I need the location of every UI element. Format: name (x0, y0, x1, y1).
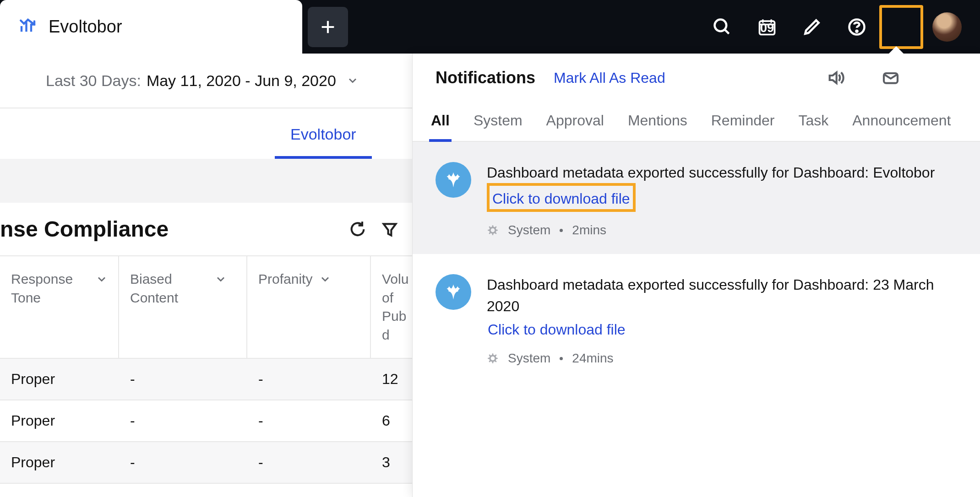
tab-title: Evoltobor (49, 17, 122, 37)
notification-tab-system[interactable]: System (472, 107, 524, 141)
separator-dot (560, 229, 563, 232)
notifications-panel: Notifications Mark All As Read AllSystem… (412, 54, 980, 497)
notification-tabs: AllSystemApprovalMentionsReminderTaskAnn… (413, 102, 980, 142)
filter-button[interactable] (378, 218, 401, 241)
table-cell: Proper (0, 400, 119, 441)
add-tab-button[interactable] (308, 7, 348, 47)
date-range-prefix: Last 30 Days: (46, 72, 141, 90)
svg-point-0 (715, 19, 727, 31)
brand-icon (436, 274, 471, 310)
refresh-button[interactable] (346, 218, 369, 241)
chevron-down-icon (319, 273, 332, 286)
date-range-picker[interactable]: Last 30 Days: May 11, 2020 - Jun 9, 2020 (0, 54, 412, 108)
sound-icon[interactable] (824, 66, 847, 89)
notifications-title: Notifications (436, 68, 535, 87)
table-cell: - (247, 442, 371, 483)
table-header-row: Response Tone Biased Content Profanity V… (0, 256, 412, 359)
gear-icon (487, 352, 499, 364)
table-row: Proper--12 (0, 359, 412, 400)
download-link[interactable]: Click to download file (491, 189, 631, 209)
table-cell: - (247, 400, 371, 441)
download-link[interactable]: Click to download file (487, 319, 626, 340)
date-range-value: May 11, 2020 - Jun 9, 2020 (147, 72, 336, 90)
notification-category: System (508, 223, 550, 238)
notification-category: System (508, 351, 550, 366)
table-cell: 12 (371, 359, 412, 400)
notification-body: Dashboard metadata exported successfully… (487, 162, 957, 238)
notification-text: Dashboard metadata exported successfully… (487, 162, 957, 183)
notification-text: Dashboard metadata exported successfully… (487, 274, 957, 317)
card-title: nse Compliance (0, 216, 337, 242)
dashboard-tabs: Evoltobor (0, 108, 412, 159)
envelope-icon[interactable] (879, 66, 902, 89)
brand-icon (436, 162, 471, 198)
search-icon[interactable] (704, 9, 740, 45)
top-bar: Evoltobor 09 (0, 0, 980, 54)
notification-time: 2mins (572, 223, 606, 238)
gear-icon[interactable] (934, 66, 957, 89)
chart-icon (18, 16, 38, 38)
gear-icon (487, 224, 499, 236)
card-gap (0, 159, 412, 203)
table-cell: - (119, 442, 247, 483)
svg-text:09: 09 (760, 21, 774, 35)
notification-tab-approval[interactable]: Approval (544, 107, 606, 141)
table-cell: Proper (0, 359, 119, 400)
notifications-button-highlight (879, 5, 923, 49)
col-volume: Volu of Pub d (371, 256, 412, 358)
notification-list: Dashboard metadata exported successfully… (413, 142, 980, 382)
notification-body: Dashboard metadata exported successfully… (487, 274, 957, 366)
notifications-header: Notifications Mark All As Read (413, 54, 980, 102)
table-cell: - (119, 359, 247, 400)
chevron-down-icon (95, 273, 108, 286)
separator-dot (560, 357, 563, 360)
notification-item[interactable]: Dashboard metadata exported successfully… (413, 254, 980, 382)
subtab-evoltobor[interactable]: Evoltobor (275, 125, 372, 159)
notification-meta: System2mins (487, 223, 957, 238)
panel-arrow (888, 46, 904, 54)
help-icon[interactable] (839, 9, 875, 45)
notification-tab-mentions[interactable]: Mentions (626, 107, 689, 141)
svg-point-4 (856, 30, 858, 32)
table-row: Proper--6 (0, 400, 412, 442)
workspace-tab[interactable]: Evoltobor (0, 0, 302, 54)
notifications-button[interactable] (883, 9, 919, 45)
chevron-down-icon (346, 74, 359, 87)
col-profanity[interactable]: Profanity (247, 256, 371, 358)
table-cell: 6 (371, 400, 412, 441)
chevron-down-icon (214, 273, 227, 286)
col-response-tone[interactable]: Response Tone (0, 256, 119, 358)
edit-icon[interactable] (794, 9, 830, 45)
table-cell: Proper (0, 442, 119, 483)
col-biased-content[interactable]: Biased Content (119, 256, 247, 358)
notification-tab-announcement[interactable]: Announcement (850, 107, 953, 141)
calendar-icon[interactable]: 09 (749, 9, 785, 45)
notification-item[interactable]: Dashboard metadata exported successfully… (413, 142, 980, 254)
notification-time: 24mins (572, 351, 613, 366)
table-cell: - (247, 359, 371, 400)
table-cell: 3 (371, 442, 412, 483)
table-cell: - (119, 400, 247, 441)
notification-tab-reminder[interactable]: Reminder (709, 107, 777, 141)
download-link-highlight: Click to download file (487, 183, 636, 212)
card-header: nse Compliance (0, 203, 412, 255)
notification-meta: System24mins (487, 351, 957, 366)
notification-tab-task[interactable]: Task (796, 107, 830, 141)
table-row: Proper--3 (0, 442, 412, 484)
compliance-table: Response Tone Biased Content Profanity V… (0, 255, 412, 484)
mark-all-read-link[interactable]: Mark All As Read (554, 70, 665, 86)
avatar[interactable] (932, 12, 962, 42)
notification-tab-all[interactable]: All (429, 107, 452, 141)
